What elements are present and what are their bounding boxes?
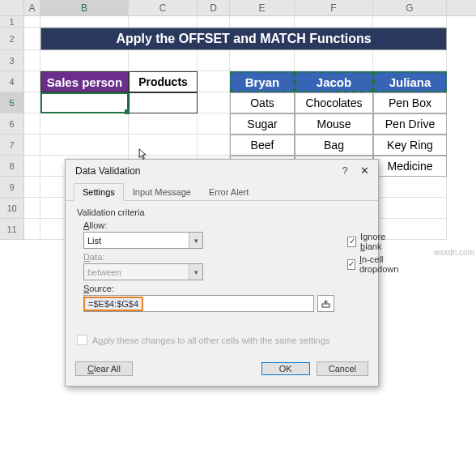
header-sales-person[interactable]: Sales person [40, 71, 129, 92]
cell[interactable]: Chocolates [295, 92, 373, 113]
apply-to-all-checkbox: Apply these changes to all other cells w… [77, 335, 367, 345]
cell[interactable] [373, 50, 447, 71]
row-header-6[interactable]: 6 [0, 113, 24, 135]
cell[interactable] [295, 16, 373, 28]
cell[interactable] [24, 156, 40, 177]
col-header-E[interactable]: E [230, 0, 295, 15]
cell[interactable] [24, 92, 40, 113]
header-jacob[interactable]: Jacob [295, 71, 373, 92]
column-headers: A B C D E F G [0, 0, 476, 16]
row-header-11[interactable]: 11 [0, 219, 24, 240]
data-label: Data: [83, 252, 334, 262]
source-label: Source: [83, 284, 334, 293]
cell[interactable] [40, 16, 129, 28]
allow-label: Allow: [83, 220, 334, 230]
source-input[interactable]: =$E$4:$G$4 [83, 295, 314, 312]
cell[interactable] [40, 135, 129, 156]
allow-dropdown[interactable]: List ▾ [83, 232, 203, 249]
cancel-button[interactable]: Cancel [317, 361, 368, 376]
incell-dropdown-checkbox[interactable]: In-cell dropdown [347, 254, 401, 274]
col-header-C[interactable]: C [129, 0, 198, 15]
cell[interactable] [40, 113, 129, 135]
cell[interactable] [373, 16, 447, 28]
dialog-titlebar[interactable]: Data Validation ? ✕ [66, 160, 378, 180]
cell[interactable] [24, 219, 40, 240]
checkbox-icon [347, 259, 355, 270]
cell[interactable] [198, 113, 230, 135]
header-bryan[interactable]: Bryan [230, 71, 295, 92]
cell[interactable] [24, 198, 40, 219]
row-header-10[interactable]: 10 [0, 198, 24, 219]
checkbox-icon [77, 335, 87, 345]
cell[interactable]: Mouse [295, 113, 373, 135]
cell[interactable] [24, 50, 40, 71]
cursor-icon [138, 148, 147, 161]
col-header-G[interactable]: G [373, 0, 447, 15]
title-banner: Apply the OFFSET and MATCH Functions [40, 28, 447, 50]
active-cell-B5[interactable] [40, 92, 129, 113]
cell[interactable] [198, 92, 230, 113]
row-header-5[interactable]: 5 [0, 92, 24, 113]
clear-all-button[interactable]: Clear All [75, 361, 133, 376]
cell[interactable]: Medicine [373, 156, 447, 177]
help-icon[interactable]: ? [338, 165, 352, 177]
cell[interactable] [24, 113, 40, 135]
header-products[interactable]: Products [129, 71, 198, 92]
source-value: =$E$4:$G$4 [83, 297, 143, 311]
tab-error-alert[interactable]: Error Alert [200, 183, 258, 200]
tab-input-message[interactable]: Input Message [124, 183, 200, 200]
row-header-3[interactable]: 3 [0, 50, 24, 71]
col-header-A[interactable]: A [24, 0, 40, 15]
cell[interactable] [373, 177, 447, 198]
cell[interactable] [129, 16, 198, 28]
cell[interactable] [198, 50, 230, 71]
fill-handle[interactable] [125, 109, 130, 114]
cell[interactable] [24, 135, 40, 156]
row-header-9[interactable]: 9 [0, 177, 24, 198]
cell[interactable] [24, 16, 40, 28]
cell[interactable] [198, 16, 230, 28]
cell[interactable] [230, 16, 295, 28]
cell[interactable]: Key Ring [373, 135, 447, 156]
cell[interactable]: Oats [230, 92, 295, 113]
tab-settings[interactable]: Settings [74, 183, 124, 201]
cell[interactable] [198, 135, 230, 156]
cell[interactable]: Pen Box [373, 92, 447, 113]
close-icon[interactable]: ✕ [357, 165, 372, 177]
collapse-dialog-icon[interactable] [317, 295, 334, 312]
cell[interactable] [373, 198, 447, 219]
cell[interactable] [24, 71, 40, 92]
row-header-1[interactable]: 1 [0, 16, 24, 28]
cell[interactable]: Beef [230, 135, 295, 156]
apply-label: Apply these changes to all other cells w… [92, 335, 330, 345]
row-header-4[interactable]: 4 [0, 71, 24, 92]
svg-rect-0 [322, 304, 329, 307]
cell[interactable]: Pen Drive [373, 113, 447, 135]
col-header-D[interactable]: D [198, 0, 230, 15]
ok-button[interactable]: OK [261, 362, 310, 375]
tab-panel-settings: Validation criteria Allow: List ▾ Data: … [66, 201, 378, 355]
cell[interactable] [40, 50, 129, 71]
ignore-blank-checkbox[interactable]: Ignore blank [347, 232, 401, 251]
row-header-7[interactable]: 7 [0, 135, 24, 156]
dialog-title: Data Validation [75, 165, 338, 177]
cell[interactable] [295, 50, 373, 71]
cell[interactable] [230, 50, 295, 71]
cell[interactable] [129, 113, 198, 135]
cell[interactable]: Bag [295, 135, 373, 156]
row-header-8[interactable]: 8 [0, 156, 24, 177]
cell[interactable]: Sugar [230, 113, 295, 135]
cell[interactable] [129, 92, 198, 113]
header-juliana[interactable]: Juliana [373, 71, 447, 92]
chevron-down-icon: ▾ [189, 264, 202, 280]
select-all-corner[interactable] [0, 0, 24, 15]
ignore-blank-label: Ignore blank [360, 232, 401, 251]
row-header-2[interactable]: 2 [0, 28, 24, 50]
cell[interactable] [24, 28, 40, 50]
col-header-F[interactable]: F [295, 0, 373, 15]
cell[interactable] [24, 177, 40, 198]
cell[interactable] [129, 50, 198, 71]
chevron-down-icon[interactable]: ▾ [189, 233, 202, 248]
cell[interactable] [198, 71, 230, 92]
col-header-B[interactable]: B [40, 0, 129, 15]
